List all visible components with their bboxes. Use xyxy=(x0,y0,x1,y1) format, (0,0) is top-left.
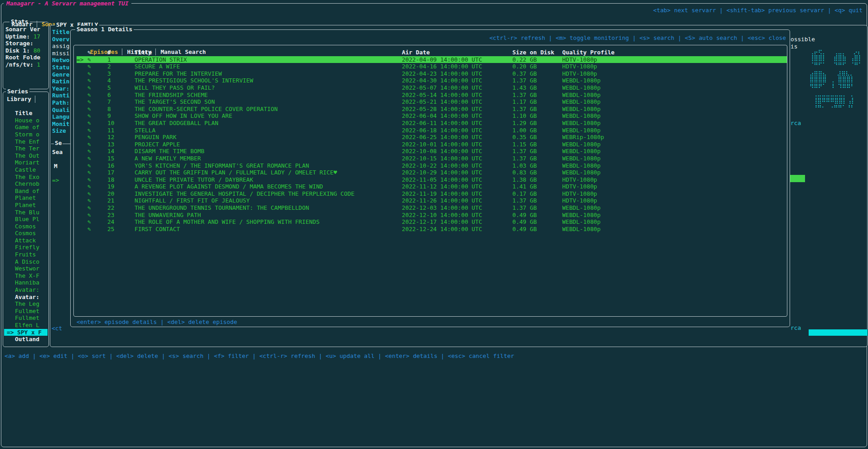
episode-row[interactable]: ✎ 18 UNCLE THE PRIVATE TUTOR / DAYBREAK … xyxy=(77,176,787,183)
series-list-item[interactable]: The Leg xyxy=(4,300,48,308)
episode-title: THE GREAT DODGEBALL PLAN xyxy=(135,120,402,127)
series-list-item[interactable]: Westwor xyxy=(4,265,48,272)
episode-number: 3 xyxy=(107,70,135,77)
episode-air-date: 2022-04-23 14:00:00 UTC xyxy=(402,70,512,77)
servarr-tab[interactable]: Radarr xyxy=(11,21,32,28)
episode-row[interactable]: ✎ 8 THE COUNTER-SECRET POLICE COVER OPER… xyxy=(77,106,787,113)
episode-number: 22 xyxy=(107,204,135,212)
pencil-icon: ✎ xyxy=(87,134,107,141)
series-list-item[interactable]: Band of xyxy=(4,188,48,195)
series-list-item[interactable]: Avatar: xyxy=(4,286,48,294)
episode-row[interactable]: ✎ 7 THE TARGET'S SECOND SON 2022-05-21 1… xyxy=(77,98,787,106)
episode-air-date: 2022-06-25 14:00:00 UTC xyxy=(402,134,512,141)
episode-quality-profile: WEBDL-1080p xyxy=(562,77,643,84)
series-list-item[interactable]: Game of xyxy=(4,124,48,131)
episode-row[interactable]: ✎ 24 THE ROLE OF A MOTHER AND WIFE / SHO… xyxy=(77,218,787,226)
series-list-item[interactable]: Planet xyxy=(4,202,48,209)
episode-title: WILL THEY PASS OR FAIL? xyxy=(135,84,402,92)
episode-row[interactable]: ✎ 4 THE PRESTIGIOUS SCHOOL'S INTERVIEW 2… xyxy=(77,77,787,84)
episode-row[interactable]: ✎ 2 SECURE A WIFE 2022-04-16 14:00:00 UT… xyxy=(77,63,787,70)
episode-row[interactable]: ✎ 5 WILL THEY PASS OR FAIL? 2022-05-07 1… xyxy=(77,84,787,92)
series-list-item[interactable]: Elfen L xyxy=(4,322,48,329)
episode-size-on-disk: 1.37 GB xyxy=(512,106,562,113)
series-list-item[interactable]: The Enf xyxy=(4,138,48,145)
episode-title: PREPARE FOR THE INTERVIEW xyxy=(135,70,402,77)
tab-library[interactable]: Library xyxy=(4,96,35,103)
episode-row[interactable]: ✎ 10 THE GREAT DODGEBALL PLAN 2022-06-11… xyxy=(77,120,787,127)
episode-row[interactable]: ✎ 23 THE UNWAVERING PATH 2022-12-10 14:0… xyxy=(77,212,787,219)
series-list-item[interactable]: The Blu xyxy=(4,209,48,216)
episode-title: SECURE A WIFE xyxy=(135,63,402,70)
episode-quality-profile: WEBDL-1080p xyxy=(562,120,643,127)
series-list-item[interactable]: Cosmos xyxy=(4,230,48,237)
episode-air-date: 2022-05-14 14:00:00 UTC xyxy=(402,92,512,99)
series-panel: Series Library Title House oGame ofStorm… xyxy=(3,92,49,347)
series-list-item[interactable]: Planet xyxy=(4,194,48,202)
series-list-item[interactable]: A Disco xyxy=(4,258,48,266)
series-list-item[interactable]: Outland xyxy=(4,336,48,343)
episode-quality-profile: WEBDL-1080p xyxy=(562,84,643,92)
size-column-header: Size on Disk xyxy=(512,49,562,56)
episode-air-date: 2022-11-12 14:00:00 UTC xyxy=(402,183,512,190)
episode-row[interactable]: ✎ 19 A REVENGE PLOT AGAINST DESMOND / MA… xyxy=(77,183,787,190)
episode-number: 7 xyxy=(107,98,135,106)
pencil-icon: ✎ xyxy=(87,112,107,120)
episode-quality-profile: WEBDL-1080p xyxy=(562,162,643,169)
series-list-item[interactable]: Storm o xyxy=(4,131,48,138)
episode-row[interactable]: => ✎ 1 OPERATION STRIX 2022-04-09 14:00:… xyxy=(77,56,787,63)
episode-row[interactable]: ✎ 3 PREPARE FOR THE INTERVIEW 2022-04-23… xyxy=(77,70,787,77)
episode-size-on-disk: 1.37 GB xyxy=(512,92,562,99)
series-list-item[interactable]: Castle xyxy=(4,166,48,174)
pencil-icon: ✎ xyxy=(87,127,107,134)
poster-art-line: ⠻⠿⠟⠁ ⠸ ⠹⠿⠿⠃ xyxy=(810,83,863,90)
episode-row[interactable]: ✎ 11 STELLA 2022-06-18 14:00:00 UTC 1.00… xyxy=(77,127,787,134)
episode-row[interactable]: ✎ 6 THE FRIENDSHIP SCHEME 2022-05-14 14:… xyxy=(77,92,787,99)
seasons-monitored-fragment: M xyxy=(54,163,58,170)
episode-row[interactable]: ✎ 22 THE UNDERGROUND TENNIS TOURNAMENT: … xyxy=(77,204,787,212)
series-list-item[interactable]: Avatar: xyxy=(4,294,48,301)
episode-size-on-disk: 0.35 GB xyxy=(512,134,562,141)
episode-row[interactable]: ✎ 21 NIGHTFALL / FIRST FIT OF JEALOUSY 2… xyxy=(77,197,787,204)
episode-row[interactable]: ✎ 20 INVESTIGATE THE GENERAL HOSPITAL / … xyxy=(77,190,787,198)
series-list-item[interactable]: Moriart xyxy=(4,159,48,166)
episode-row[interactable]: ✎ 13 PROJECT APPLE 2022-10-01 14:00:00 U… xyxy=(77,141,787,148)
series-list-item[interactable]: The Exo xyxy=(4,174,48,181)
poster-art-line: ⠘⠛⠂ ⠐⠛⠛⠁⠘⠃ xyxy=(810,104,863,111)
episode-row[interactable]: ✎ 15 A NEW FAMILY MEMBER 2022-10-15 14:0… xyxy=(77,155,787,162)
episode-row[interactable]: ✎ 16 YOR'S KITCHEN / THE INFORMANT'S GRE… xyxy=(77,162,787,169)
series-list-item[interactable]: Fullmet xyxy=(4,308,48,315)
series-list-item[interactable]: Blue Pl xyxy=(4,216,48,223)
episode-quality-profile: WEBDL-1080p xyxy=(562,106,643,113)
series-list-item[interactable]: House o xyxy=(4,117,48,124)
pencil-icon: ✎ xyxy=(87,155,107,162)
series-list-item[interactable]: Chernob xyxy=(4,180,48,188)
series-list-item[interactable]: Firefly xyxy=(4,244,48,251)
episode-size-on-disk: 0.83 GB xyxy=(512,169,562,176)
episode-air-date: 2022-11-05 14:00:00 UTC xyxy=(402,176,512,183)
series-list-item[interactable]: Fruits xyxy=(4,251,48,258)
series-list-item[interactable]: => SPY x F xyxy=(4,329,48,336)
episode-title: THE PRESTIGIOUS SCHOOL'S INTERVIEW xyxy=(135,77,402,84)
episode-row[interactable]: ✎ 25 FIRST CONTACT 2022-12-24 14:00:00 U… xyxy=(77,226,787,233)
series-list-item[interactable]: The X-F xyxy=(4,272,48,280)
episode-row[interactable]: ✎ 17 CARRY OUT THE GRIFFIN PLAN / FULLME… xyxy=(77,169,787,176)
episode-row[interactable]: ✎ 14 DISARM THE TIME BOMB 2022-10-08 14:… xyxy=(77,148,787,155)
pencil-icon: ✎ xyxy=(87,212,107,219)
episode-quality-profile: HDTV-1080p xyxy=(562,190,643,198)
episode-row[interactable]: ✎ 9 SHOW OFF HOW IN LOVE YOU ARE 2022-06… xyxy=(77,112,787,120)
episode-size-on-disk: 1.37 GB xyxy=(512,204,562,212)
episode-quality-profile: WEBRip-1080p xyxy=(562,134,643,141)
series-list-item[interactable]: The Out xyxy=(4,152,48,159)
pencil-icon: ✎ xyxy=(87,77,107,84)
episode-row[interactable]: ✎ 12 PENGUIN PARK 2022-06-25 14:00:00 UT… xyxy=(77,134,787,141)
series-list-item[interactable]: Fullmet xyxy=(4,314,48,322)
episode-air-date: 2022-10-01 14:00:00 UTC xyxy=(402,141,512,148)
series-list-item[interactable]: Cosmos xyxy=(4,223,48,230)
series-list-item[interactable]: Hanniba xyxy=(4,279,48,286)
series-list-item[interactable]: The Ter xyxy=(4,145,48,152)
episode-air-date: 2022-10-15 14:00:00 UTC xyxy=(402,155,512,162)
series-panel-title: Series xyxy=(6,88,29,95)
poster-art-line: ⢸⣿⣿⡇ ⣾⣿⣷ ⢠⣿⡇ xyxy=(810,54,863,62)
seasons-table-text-fragment: rca xyxy=(791,324,801,332)
series-list-item[interactable]: Attack xyxy=(4,237,48,244)
